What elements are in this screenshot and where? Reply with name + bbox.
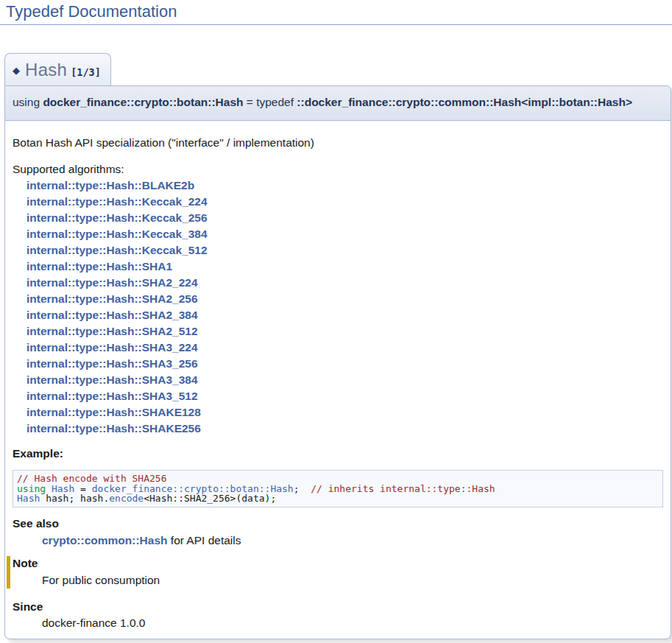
algorithm-link[interactable]: internal::type::Hash::SHA3_256 (26, 356, 663, 372)
algorithm-link[interactable]: internal::type::Hash::SHA3_512 (26, 388, 663, 404)
algorithm-link[interactable]: internal::type::Hash::BLAKE2b (26, 178, 663, 194)
member-overload-index: [1/3] (71, 66, 101, 78)
see-also-content: crypto::common::Hash for API details (42, 533, 663, 549)
code-token: // inherits internal::type::Hash (311, 483, 495, 494)
decl-equals-typedef: = typedef (244, 96, 297, 108)
algorithm-link[interactable]: internal::type::Hash::SHA2_256 (26, 291, 663, 307)
algorithm-link[interactable]: internal::type::Hash::SHAKE256 (26, 421, 663, 437)
algorithm-list: internal::type::Hash::BLAKE2binternal::t… (26, 178, 663, 437)
decl-typedef-name: docker_finance::crypto::botan::Hash (43, 96, 243, 108)
code-line: Hash hash; hash.encode<Hash::SHA2_256>(d… (17, 493, 659, 504)
algorithm-link[interactable]: internal::type::Hash::SHA2_224 (26, 275, 663, 291)
member-tab: ◆Hash[1/3] (4, 53, 111, 85)
member-section: ◆Hash[1/3] using docker_finance::crypto:… (4, 53, 671, 639)
code-token: <Hash::SHA2_256>(data); (144, 493, 276, 504)
see-also-label: See also (13, 516, 663, 532)
algorithm-link[interactable]: internal::type::Hash::Keccak_224 (26, 194, 663, 210)
see-also-link[interactable]: crypto::common::Hash (42, 534, 168, 547)
code-line: using Hash = docker_finance::crypto::bot… (17, 484, 659, 494)
algorithm-link[interactable]: internal::type::Hash::SHAKE128 (26, 404, 663, 421)
since-text: docker-finance 1.0.0 (42, 616, 663, 631)
algorithm-link[interactable]: internal::type::Hash::Keccak_384 (26, 226, 663, 242)
code-link[interactable]: encode (109, 493, 144, 504)
see-also-section: See also crypto::common::Hash for API de… (13, 516, 663, 549)
page-title: Typedef Documentation (0, 0, 672, 25)
algorithm-link[interactable]: internal::type::Hash::SHA1 (26, 259, 663, 275)
algorithm-link[interactable]: internal::type::Hash::SHA2_512 (26, 323, 663, 340)
note-label: Note (13, 556, 663, 572)
note-section: Note For public consumption (7, 556, 663, 588)
since-section: Since docker-finance 1.0.0 (13, 600, 663, 632)
supported-algorithms-label: Supported algorithms: (13, 162, 663, 178)
code-token: ; (294, 483, 311, 494)
code-token: hash; hash. (40, 493, 109, 504)
permalink-icon[interactable]: ◆ (13, 65, 20, 76)
code-link[interactable]: Hash (17, 493, 40, 504)
since-label: Since (13, 600, 663, 615)
code-line: // Hash encode with SHA256 (17, 474, 659, 484)
example-section: Example: (13, 446, 663, 462)
algorithm-link[interactable]: internal::type::Hash::SHA2_384 (26, 307, 663, 323)
algorithm-link[interactable]: internal::type::Hash::SHA3_224 (26, 340, 663, 356)
note-text: For public consumption (42, 573, 663, 588)
member-name: Hash (25, 60, 67, 80)
member-description: Botan Hash API specialization ("interfac… (13, 136, 663, 151)
see-also-text: for API details (168, 534, 241, 547)
algorithm-link[interactable]: internal::type::Hash::Keccak_256 (26, 210, 663, 226)
decl-using-keyword: using (13, 96, 43, 108)
member-item: using docker_finance::crypto::botan::Has… (4, 85, 671, 639)
algorithm-link[interactable]: internal::type::Hash::Keccak_512 (26, 242, 663, 259)
algorithm-link[interactable]: internal::type::Hash::SHA3_384 (26, 372, 663, 388)
member-documentation: Botan Hash API specialization ("interfac… (4, 121, 671, 639)
decl-underlying-type: ::docker_finance::crypto::common::Hash<i… (297, 96, 632, 108)
member-declaration: using docker_finance::crypto::botan::Has… (4, 85, 671, 121)
code-block: // Hash encode with SHA256using Hash = d… (13, 470, 663, 507)
example-label: Example: (13, 446, 663, 462)
